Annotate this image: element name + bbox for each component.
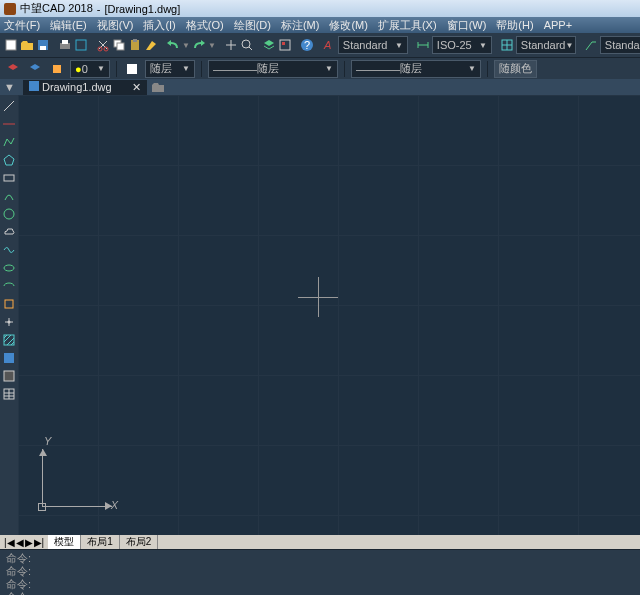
- layer-prev-icon[interactable]: [26, 60, 44, 78]
- color-dropdown[interactable]: 随层▼: [145, 60, 195, 78]
- layers-icon[interactable]: [262, 36, 276, 54]
- point-icon[interactable]: [2, 315, 16, 329]
- toolbar-layer: ●0▼ 随层▼ ———— 随层▼ ———— 随层▼ 随颜色: [0, 57, 640, 79]
- menu-app[interactable]: APP+: [544, 19, 572, 31]
- new-tab-icon[interactable]: [151, 81, 165, 93]
- line-icon[interactable]: [2, 99, 16, 113]
- svg-rect-29: [4, 371, 14, 381]
- svg-rect-25: [5, 300, 13, 308]
- layout-2[interactable]: 布局2: [120, 535, 159, 549]
- menu-insert[interactable]: 插入(I): [143, 18, 175, 33]
- mleader-style-dropdown[interactable]: Standard▼: [600, 36, 640, 54]
- mleader-icon[interactable]: [584, 36, 598, 54]
- hatch-icon[interactable]: [2, 333, 16, 347]
- copy-icon[interactable]: [112, 36, 126, 54]
- cmd-line: 命令:: [6, 552, 634, 565]
- zoom-icon[interactable]: [240, 36, 254, 54]
- svg-rect-28: [4, 353, 14, 363]
- print-icon[interactable]: [58, 36, 72, 54]
- svg-point-23: [4, 209, 14, 219]
- layout-model[interactable]: 模型: [48, 535, 81, 549]
- revcloud-icon[interactable]: [2, 225, 16, 239]
- svg-rect-22: [4, 175, 14, 181]
- redo-icon[interactable]: [192, 36, 206, 54]
- cmd-line: 命令:: [6, 565, 634, 578]
- polygon-icon[interactable]: [2, 153, 16, 167]
- pan-icon[interactable]: [224, 36, 238, 54]
- tab-last-icon[interactable]: ▶|: [34, 537, 45, 548]
- menu-dim[interactable]: 标注(M): [281, 18, 320, 33]
- open-icon[interactable]: [20, 36, 34, 54]
- tab-next-icon[interactable]: ▶: [25, 537, 33, 548]
- menu-help[interactable]: 帮助(H): [496, 18, 533, 33]
- table-draw-icon[interactable]: [2, 387, 16, 401]
- svg-rect-0: [6, 40, 16, 50]
- layer-state-icon[interactable]: [48, 60, 66, 78]
- dim-style-dropdown[interactable]: ISO-25▼: [432, 36, 492, 54]
- svg-point-12: [242, 40, 250, 48]
- menu-window[interactable]: 窗口(W): [447, 18, 487, 33]
- gradient-icon[interactable]: [2, 351, 16, 365]
- ellipse-icon[interactable]: [2, 261, 16, 275]
- tab-prev-icon[interactable]: ◀: [16, 537, 24, 548]
- block-icon[interactable]: [2, 297, 16, 311]
- cut-icon[interactable]: [96, 36, 110, 54]
- rect-icon[interactable]: [2, 171, 16, 185]
- preview-icon[interactable]: [74, 36, 88, 54]
- svg-rect-19: [53, 65, 61, 73]
- title-bar: 中望CAD 2018 - [Drawing1.dwg]: [0, 0, 640, 17]
- plotstyle-dropdown[interactable]: 随颜色: [494, 60, 537, 78]
- lineweight-dropdown[interactable]: ———— 随层▼: [351, 60, 481, 78]
- document-tabs: ▼ Drawing1.dwg ✕: [0, 79, 640, 95]
- ucs-indicator: Y X: [28, 435, 118, 525]
- menu-view[interactable]: 视图(V): [97, 18, 134, 33]
- dim-icon[interactable]: [416, 36, 430, 54]
- menu-format[interactable]: 格式(O): [186, 18, 224, 33]
- undo-icon[interactable]: [166, 36, 180, 54]
- spline-icon[interactable]: [2, 243, 16, 257]
- tab-menu-icon[interactable]: ▼: [4, 81, 15, 93]
- region-icon[interactable]: [2, 369, 16, 383]
- layer-mgr-icon[interactable]: [4, 60, 22, 78]
- draw-toolbar: [0, 95, 18, 535]
- svg-rect-21: [29, 81, 39, 91]
- paste-icon[interactable]: [128, 36, 142, 54]
- help-icon[interactable]: ?: [300, 36, 314, 54]
- cmd-line: 命令:: [6, 578, 634, 591]
- svg-rect-11: [133, 39, 137, 42]
- ellipse-arc-icon[interactable]: [2, 279, 16, 293]
- layout-1[interactable]: 布局1: [81, 535, 120, 549]
- color-icon[interactable]: [123, 60, 141, 78]
- circle-icon[interactable]: [2, 207, 16, 221]
- arc-icon[interactable]: [2, 189, 16, 203]
- app-icon: [4, 3, 16, 15]
- annot-icon[interactable]: A: [322, 36, 336, 54]
- command-window[interactable]: 命令: 命令: 命令: 命令:: [0, 549, 640, 595]
- svg-rect-20: [127, 64, 137, 74]
- new-icon[interactable]: [4, 36, 18, 54]
- linetype-dropdown[interactable]: ———— 随层▼: [208, 60, 338, 78]
- xline-icon[interactable]: [2, 117, 16, 131]
- menu-draw[interactable]: 绘图(D): [234, 18, 271, 33]
- text-style-dropdown[interactable]: Standard▼: [338, 36, 408, 54]
- polyline-icon[interactable]: [2, 135, 16, 149]
- table-style-dropdown[interactable]: Standard▼: [516, 36, 576, 54]
- menu-bar: 文件(F) 编辑(E) 视图(V) 插入(I) 格式(O) 绘图(D) 标注(M…: [0, 17, 640, 33]
- doc-tab[interactable]: Drawing1.dwg ✕: [23, 80, 147, 95]
- layer-dropdown[interactable]: ●0▼: [70, 60, 110, 78]
- table-icon[interactable]: [500, 36, 514, 54]
- layout-tabs: |◀ ◀ ▶ ▶| 模型 布局1 布局2: [0, 535, 640, 549]
- match-icon[interactable]: [144, 36, 158, 54]
- save-icon[interactable]: [36, 36, 50, 54]
- props-icon[interactable]: [278, 36, 292, 54]
- svg-rect-5: [76, 40, 86, 50]
- cmd-prompt: 命令:: [6, 591, 634, 595]
- tab-first-icon[interactable]: |◀: [4, 537, 15, 548]
- menu-edit[interactable]: 编辑(E): [50, 18, 87, 33]
- menu-file[interactable]: 文件(F): [4, 18, 40, 33]
- svg-rect-14: [282, 42, 285, 45]
- menu-tools[interactable]: 扩展工具(X): [378, 18, 437, 33]
- menu-modify[interactable]: 修改(M): [329, 18, 368, 33]
- close-icon[interactable]: ✕: [132, 81, 141, 94]
- drawing-canvas[interactable]: Y X: [18, 95, 640, 535]
